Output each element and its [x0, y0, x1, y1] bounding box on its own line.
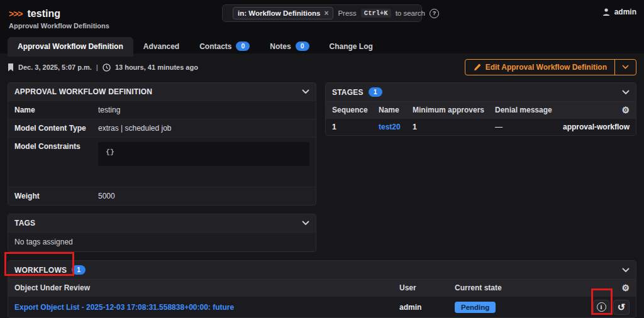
- workflow-table-row: Export Object List - 2025-12-03 17:08:31…: [8, 296, 636, 317]
- attr-value: extras | scheduled job: [98, 124, 172, 133]
- created-date: Dec. 3, 2025, 5:07 p.m.: [18, 63, 92, 71]
- column-header-current-state: Current state: [455, 283, 621, 292]
- definition-card-title: APPROVAL WORKFLOW DEFINITION: [14, 87, 152, 96]
- tab-label: Contacts: [199, 42, 231, 51]
- tags-card-header: TAGS: [8, 214, 316, 232]
- definition-collapse-button[interactable]: [302, 89, 309, 94]
- topbar: >>> testing in: Workflow Definitions × P…: [0, 0, 644, 53]
- stage-min-approvers: 1: [413, 123, 495, 131]
- attr-value: 5000: [98, 192, 115, 200]
- tags-collapse-button[interactable]: [302, 221, 309, 226]
- keyboard-shortcut: Ctrl+K: [361, 9, 391, 18]
- tab-label: Change Log: [330, 42, 373, 51]
- table-config-gear-icon[interactable]: ⚙: [621, 106, 630, 114]
- stages-collapse-button[interactable]: [622, 90, 630, 95]
- tab-contacts[interactable]: Contacts 0: [189, 36, 260, 57]
- workflow-user: admin: [399, 303, 455, 312]
- column-header-denial-message: Denial message: [495, 106, 621, 114]
- column-header-user: User: [399, 283, 455, 292]
- two-column-layout: APPROVAL WORKFLOW DEFINITION Name testin…: [8, 82, 636, 252]
- workflow-object-link[interactable]: Export Object List - 2025-12-03 17:08:31…: [14, 303, 234, 312]
- chevron-down-icon: [622, 268, 630, 273]
- page-title: testing: [28, 8, 60, 19]
- workflows-collapse-button[interactable]: [622, 268, 630, 273]
- stages-card-header: STAGES 1: [326, 83, 636, 101]
- search-scope-chip[interactable]: in: Workflow Definitions ×: [233, 7, 333, 19]
- edit-button-label: Edit Approval Workflow Definition: [486, 63, 607, 72]
- column-header-min-approvers: Minimum approvers: [413, 106, 495, 114]
- stage-link[interactable]: test20: [379, 123, 401, 131]
- workflows-count-badge: 1: [72, 265, 86, 275]
- chevron-down-icon: [622, 90, 630, 95]
- edit-approval-workflow-definition-button[interactable]: Edit Approval Workflow Definition: [465, 60, 614, 75]
- chevron-down-icon: [622, 65, 629, 70]
- workflow-info-button[interactable]: i: [593, 300, 609, 315]
- attr-row-model-constraints: Model Constraints {}: [8, 137, 316, 187]
- stage-table-row: 1 test20 1 — approval-workflow: [326, 118, 636, 135]
- tab-advanced[interactable]: Advanced: [133, 37, 189, 57]
- tab-label: Notes: [270, 42, 291, 51]
- meta-separator: |: [96, 63, 98, 71]
- tags-card-title: TAGS: [14, 219, 35, 228]
- page-content: Dec. 3, 2025, 5:07 p.m. | 13 hours, 41 m…: [0, 53, 644, 318]
- stages-table-header: Sequence Name Minimum approvers Denial m…: [326, 101, 636, 118]
- stage-tag-label: approval-workflow: [563, 123, 630, 131]
- user-icon: [602, 8, 611, 16]
- stages-count-badge: 1: [369, 87, 382, 97]
- definition-card-header: APPROVAL WORKFLOW DEFINITION: [8, 83, 316, 101]
- workflow-history-button[interactable]: ↺: [613, 300, 630, 315]
- notes-count-badge: 0: [296, 41, 309, 51]
- help-icon[interactable]: ?: [430, 9, 439, 18]
- workflows-card-title: WORKFLOWS: [14, 266, 67, 275]
- bookmark-icon: [8, 63, 14, 72]
- edit-dropdown-toggle[interactable]: [614, 60, 636, 75]
- tab-notes[interactable]: Notes 0: [260, 36, 319, 57]
- model-constraints-code: {}: [98, 142, 309, 166]
- chevron-down-icon: [302, 89, 309, 94]
- stages-card-title: STAGES: [332, 88, 364, 97]
- pencil-icon: [473, 63, 481, 72]
- chevron-down-icon: [302, 221, 309, 226]
- workflows-table-header: Object Under Review User Current state ⚙: [8, 279, 636, 296]
- stage-denial-message: —: [495, 123, 563, 131]
- info-icon: i: [597, 302, 606, 312]
- chip-close-icon[interactable]: ×: [324, 9, 328, 18]
- object-timestamps: Dec. 3, 2025, 5:07 p.m. | 13 hours, 41 m…: [8, 63, 198, 72]
- stage-name-link[interactable]: test20: [379, 123, 413, 131]
- tags-card: TAGS No tags assigned: [8, 214, 316, 252]
- left-column: APPROVAL WORKFLOW DEFINITION Name testin…: [8, 82, 316, 252]
- user-menu[interactable]: admin: [602, 8, 636, 16]
- definition-card: APPROVAL WORKFLOW DEFINITION Name testin…: [8, 82, 316, 206]
- contacts-count-badge: 0: [236, 41, 250, 51]
- tab-label: Approval Workflow Definition: [18, 42, 123, 51]
- workflow-row-actions: i ↺: [589, 300, 630, 315]
- workflow-object-link-cell: Export Object List - 2025-12-03 17:08:31…: [14, 303, 399, 312]
- attr-value: testing: [98, 106, 120, 114]
- last-updated-ago: 13 hours, 41 minutes ago: [115, 63, 198, 71]
- table-config-gear-icon[interactable]: ⚙: [621, 283, 630, 292]
- breadcrumb-chevrons-icon: >>>: [9, 9, 23, 19]
- tab-bar: Approval Workflow Definition Advanced Co…: [8, 36, 644, 57]
- attr-label: Name: [14, 106, 98, 114]
- column-header-name: Name: [379, 106, 413, 114]
- attr-row-model-content-type: Model Content Type extras | scheduled jo…: [8, 119, 316, 137]
- search-hint-suffix: to search: [396, 9, 425, 17]
- workflow-state-cell: Pending: [455, 303, 589, 312]
- stages-card: STAGES 1 Sequence Name Minimum approvers: [325, 82, 636, 136]
- edit-split-button: Edit Approval Workflow Definition: [465, 59, 636, 75]
- username-label: admin: [614, 8, 636, 16]
- tab-change-log[interactable]: Change Log: [319, 37, 383, 57]
- status-badge-pending: Pending: [455, 302, 496, 313]
- attr-label: Model Constraints: [14, 142, 98, 151]
- right-column: STAGES 1 Sequence Name Minimum approvers: [325, 82, 636, 136]
- meta-row: Dec. 3, 2025, 5:07 p.m. | 13 hours, 41 m…: [8, 53, 636, 82]
- tab-approval-workflow-definition[interactable]: Approval Workflow Definition: [8, 37, 133, 57]
- attr-row-weight: Weight 5000: [8, 187, 316, 205]
- workflows-card-header: WORKFLOWS 1: [8, 261, 636, 279]
- attr-label: Weight: [14, 192, 98, 200]
- search-hint-prefix: Press: [338, 9, 356, 17]
- global-search-input[interactable]: in: Workflow Definitions × Press Ctrl+K …: [222, 4, 422, 22]
- search-scope-label: in: Workflow Definitions: [238, 9, 320, 17]
- history-icon: ↺: [618, 302, 626, 312]
- app-root: >>> testing in: Workflow Definitions × P…: [0, 0, 644, 318]
